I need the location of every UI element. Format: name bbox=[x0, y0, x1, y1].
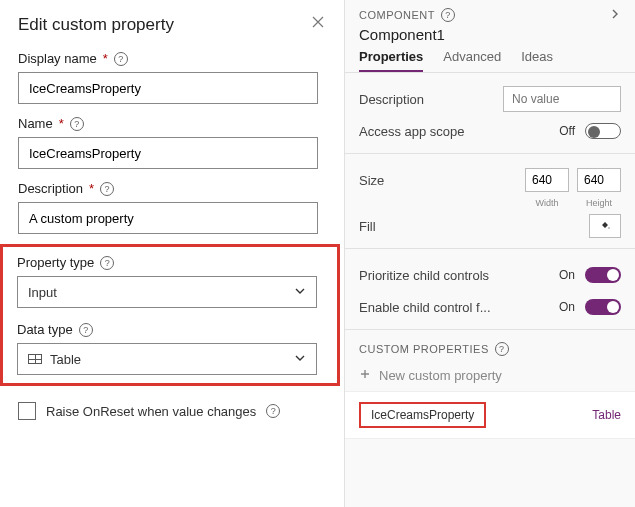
fill-color-button[interactable] bbox=[589, 214, 621, 238]
access-scope-label: Access app scope bbox=[359, 124, 465, 139]
tab-ideas[interactable]: Ideas bbox=[521, 49, 553, 72]
tab-advanced[interactable]: Advanced bbox=[443, 49, 501, 72]
display-name-label: Display name bbox=[18, 51, 97, 66]
raise-onreset-label: Raise OnReset when value changes bbox=[46, 404, 256, 419]
enable-child-value: On bbox=[559, 300, 575, 314]
help-icon[interactable]: ? bbox=[266, 404, 280, 418]
panel-title: Edit custom property bbox=[18, 15, 174, 35]
raise-onreset-checkbox[interactable] bbox=[18, 402, 36, 420]
enable-child-toggle[interactable] bbox=[585, 299, 621, 315]
description-input[interactable] bbox=[18, 202, 318, 234]
description-group: Description * ? bbox=[0, 175, 344, 240]
component-name: Component1 bbox=[359, 26, 621, 43]
table-icon bbox=[28, 354, 42, 364]
chevron-down-icon bbox=[294, 352, 306, 367]
help-icon[interactable]: ? bbox=[100, 256, 114, 270]
required-mark: * bbox=[59, 116, 64, 131]
access-scope-toggle[interactable] bbox=[585, 123, 621, 139]
display-name-input[interactable] bbox=[18, 72, 318, 104]
property-type-label: Property type bbox=[17, 255, 94, 270]
data-type-value: Table bbox=[50, 352, 81, 367]
name-group: Name * ? bbox=[0, 110, 344, 175]
chevron-right-icon[interactable] bbox=[609, 8, 621, 22]
custom-property-row[interactable]: IceCreamsProperty Table bbox=[345, 391, 635, 439]
description-label: Description bbox=[18, 181, 83, 196]
chevron-down-icon bbox=[294, 285, 306, 300]
name-input[interactable] bbox=[18, 137, 318, 169]
width-label: Width bbox=[525, 198, 569, 208]
access-scope-value: Off bbox=[559, 124, 575, 138]
height-label: Height bbox=[577, 198, 621, 208]
name-label: Name bbox=[18, 116, 53, 131]
width-input[interactable] bbox=[525, 168, 569, 192]
plus-icon bbox=[359, 368, 371, 383]
data-type-select[interactable]: Table bbox=[17, 343, 317, 375]
close-icon[interactable] bbox=[310, 14, 326, 35]
enable-child-label: Enable child control f... bbox=[359, 300, 491, 315]
height-input[interactable] bbox=[577, 168, 621, 192]
paint-bucket-icon bbox=[599, 219, 611, 234]
custom-property-name: IceCreamsProperty bbox=[359, 402, 486, 428]
component-panel: COMPONENT ? Component1 Properties Advanc… bbox=[345, 0, 635, 507]
data-type-label: Data type bbox=[17, 322, 73, 337]
size-label: Size bbox=[359, 173, 384, 188]
prioritize-label: Prioritize child controls bbox=[359, 268, 489, 283]
component-header-label: COMPONENT bbox=[359, 9, 435, 21]
highlight-box: Property type ? Input Data type ? Table bbox=[0, 244, 340, 386]
description-prop-input[interactable] bbox=[503, 86, 621, 112]
property-type-select[interactable]: Input bbox=[17, 276, 317, 308]
tab-properties[interactable]: Properties bbox=[359, 49, 423, 72]
description-prop-label: Description bbox=[359, 92, 424, 107]
help-icon[interactable]: ? bbox=[70, 117, 84, 131]
edit-property-panel: Edit custom property Display name * ? Na… bbox=[0, 0, 345, 507]
help-icon[interactable]: ? bbox=[441, 8, 455, 22]
custom-properties-header: CUSTOM PROPERTIES bbox=[359, 343, 489, 355]
custom-property-type: Table bbox=[592, 408, 621, 422]
help-icon[interactable]: ? bbox=[79, 323, 93, 337]
required-mark: * bbox=[103, 51, 108, 66]
prioritize-value: On bbox=[559, 268, 575, 282]
help-icon[interactable]: ? bbox=[495, 342, 509, 356]
new-custom-property-label: New custom property bbox=[379, 368, 502, 383]
display-name-group: Display name * ? bbox=[0, 45, 344, 110]
help-icon[interactable]: ? bbox=[100, 182, 114, 196]
help-icon[interactable]: ? bbox=[114, 52, 128, 66]
fill-label: Fill bbox=[359, 219, 376, 234]
property-type-value: Input bbox=[28, 285, 57, 300]
prioritize-toggle[interactable] bbox=[585, 267, 621, 283]
required-mark: * bbox=[89, 181, 94, 196]
new-custom-property-button[interactable]: New custom property bbox=[345, 360, 635, 391]
